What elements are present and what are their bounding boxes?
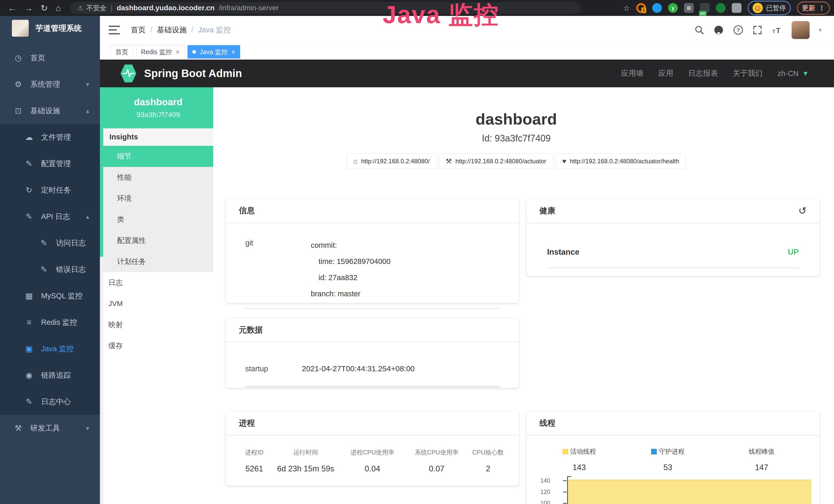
- cloud-upload-icon: ☁: [24, 133, 35, 142]
- edit-icon: ✎: [24, 212, 35, 221]
- sba-nav-applications[interactable]: 应用: [658, 68, 673, 78]
- info-line: commit:: [311, 237, 391, 253]
- sidebar-scrollbar-track[interactable]: [100, 87, 103, 504]
- sidebar-item-label: 首页: [30, 53, 45, 63]
- bookmark-star-icon[interactable]: ☆: [623, 4, 630, 13]
- browser-update-button[interactable]: 更新 ⋮: [797, 2, 830, 15]
- subsidebar-item-metrics[interactable]: 性能: [103, 167, 213, 188]
- subsidebar-item-jvm[interactable]: JVM: [103, 293, 213, 314]
- briefcase-icon: ⚒: [13, 423, 24, 433]
- home-icon: ⌂: [353, 157, 357, 165]
- browser-home-icon[interactable]: ⌂: [56, 0, 61, 16]
- chevron-down-icon: ▾: [86, 425, 89, 432]
- edit-icon: ✎: [39, 265, 49, 274]
- hamburger-icon[interactable]: [109, 26, 120, 35]
- divider: [245, 386, 500, 387]
- security-label[interactable]: 不安全: [86, 4, 106, 13]
- help-icon[interactable]: ?: [733, 25, 743, 35]
- info-line: branch: master: [311, 286, 391, 302]
- y-tick-label: 120: [527, 488, 550, 496]
- health-url-button[interactable]: ♥ http://192.168.0.2:48080/actuator/heal…: [555, 154, 686, 169]
- search-icon[interactable]: [695, 25, 704, 35]
- sidebar-item-access-log[interactable]: ✎ 访问日志: [0, 230, 100, 256]
- breadcrumb-home[interactable]: 首页: [131, 25, 146, 35]
- tab-redis-monitor[interactable]: Redis 监控 ×: [136, 45, 184, 59]
- extension-pin-icon[interactable]: [652, 3, 662, 13]
- instance-header: dashboard 93a3fc7f7409: [103, 87, 213, 129]
- sidebar-item-scheduled-jobs[interactable]: ↻ 定时任务: [0, 177, 100, 203]
- sidebar-item-api-log[interactable]: ✎ API 日志 ▴: [0, 203, 100, 230]
- edit-icon: ✎: [24, 159, 35, 168]
- chevron-down-icon: ▼: [802, 70, 809, 77]
- sba-nav-about[interactable]: 关于我们: [733, 68, 763, 78]
- extension-y-icon[interactable]: y: [668, 3, 678, 13]
- sidebar-item-config-manage[interactable]: ✎ 配置管理: [0, 151, 100, 177]
- browser-back-icon[interactable]: ←: [8, 0, 17, 16]
- active-dot-icon: [192, 50, 196, 54]
- y-tick-mark: [563, 492, 567, 492]
- sidebar-item-label: 链路追踪: [41, 370, 71, 381]
- sba-nav-journal[interactable]: 日志报表: [688, 68, 718, 78]
- breadcrumb-infra[interactable]: 基础设施: [157, 25, 187, 35]
- subsidebar-item-configprops[interactable]: 配置属性: [103, 230, 213, 251]
- edit-icon: ✎: [24, 397, 35, 407]
- health-history-icon[interactable]: ↺: [798, 205, 807, 216]
- sidebar-scrollbar-thumb[interactable]: [100, 87, 103, 257]
- font-size-icon[interactable]: TT: [772, 25, 782, 35]
- sba-brand[interactable]: Spring Boot Admin: [120, 64, 242, 83]
- extensions-puzzle-icon[interactable]: [732, 3, 742, 13]
- instance-url: http://192.168.0.2:48080/: [361, 158, 430, 165]
- actuator-url-button[interactable]: ⚒ http://192.168.0.2:48080/actuator: [439, 154, 553, 169]
- threads-live-value: 143: [537, 456, 621, 472]
- sidebar-item-redis-monitor[interactable]: ≡ Redis 监控: [0, 309, 100, 336]
- sidebar-item-label: 系统管理: [30, 79, 60, 90]
- github-icon[interactable]: [714, 25, 724, 35]
- tab-home[interactable]: 首页: [110, 45, 133, 59]
- subsidebar-item-classes[interactable]: 类: [103, 209, 213, 230]
- user-avatar[interactable]: [792, 21, 810, 39]
- address-bar[interactable]: ⚠ 不安全 | dashboard.yudao.iocoder.cn /infr…: [70, 2, 581, 14]
- app-sidebar: 芋道管理系统 ◷ 首页 ⚙ 系统管理 ▾ ⊡ 基础设施 ▴ ☁ 文件管理: [0, 16, 100, 504]
- svg-text:T: T: [776, 26, 780, 35]
- sidebar-item-devtools[interactable]: ⚒ 研发工具 ▾: [0, 415, 100, 441]
- close-icon[interactable]: ×: [176, 48, 179, 55]
- extension-orange-icon[interactable]: 1: [636, 3, 646, 13]
- sidebar-item-java-monitor[interactable]: ▣ Java 监控: [0, 336, 100, 362]
- tab-java-monitor[interactable]: Java 监控 ×: [188, 45, 240, 59]
- subsidebar-item-environment[interactable]: 环境: [103, 188, 213, 209]
- y-tick-mark: [563, 503, 567, 504]
- subsidebar-item-caches[interactable]: 缓存: [103, 335, 213, 357]
- avatar-caret-icon[interactable]: ▾: [819, 27, 822, 33]
- subsidebar-item-mappings[interactable]: 映射: [103, 314, 213, 335]
- extension-leaf-icon[interactable]: [716, 3, 726, 13]
- profile-chip[interactable]: ☺ 已暂停: [748, 1, 791, 15]
- threads-card-title: 线程: [540, 418, 555, 429]
- fullscreen-icon[interactable]: [752, 25, 762, 35]
- sidebar-item-infra[interactable]: ⊡ 基础设施 ▴: [0, 97, 100, 124]
- app-logo[interactable]: 芋道管理系统: [0, 16, 100, 41]
- sidebar-item-system[interactable]: ⚙ 系统管理 ▾: [0, 71, 100, 97]
- sba-language-select[interactable]: zh-CN ▼: [777, 69, 809, 78]
- sidebar-item-log-center[interactable]: ✎ 日志中心: [0, 388, 100, 415]
- extension-grid-icon[interactable]: ⊞: [684, 3, 694, 13]
- info-line: time: 1596289704000: [311, 253, 391, 270]
- sidebar-item-tracing[interactable]: ◉ 链路追踪: [0, 362, 100, 388]
- sidebar-item-mysql-monitor[interactable]: ▦ MySQL 监控: [0, 283, 100, 309]
- instance-name: dashboard: [134, 97, 182, 108]
- extension-list-icon[interactable]: on: [700, 3, 710, 13]
- subsidebar-item-details[interactable]: 细节: [103, 146, 213, 167]
- health-url: http://192.168.0.2:48080/actuator/health: [570, 158, 679, 165]
- browser-forward-icon[interactable]: →: [24, 0, 33, 16]
- instance-url-button[interactable]: ⌂ http://192.168.0.2:48080/: [347, 154, 437, 169]
- timer-icon: ↻: [24, 185, 35, 195]
- sba-nav-applications-wall[interactable]: 应用墙: [621, 68, 643, 78]
- sidebar-item-home[interactable]: ◷ 首页: [0, 45, 100, 71]
- sidebar-item-error-log[interactable]: ✎ 错误日志: [0, 256, 100, 283]
- subsidebar-item-logs[interactable]: 日志: [103, 272, 213, 293]
- browser-menu-dots-icon[interactable]: ⋮: [818, 4, 825, 12]
- subsidebar-item-scheduled-tasks[interactable]: 计划任务: [103, 251, 213, 272]
- close-icon[interactable]: ×: [232, 48, 235, 55]
- browser-reload-icon[interactable]: ↻: [41, 0, 48, 16]
- instance-id-line: Id: 93a3fc7f7409: [213, 133, 819, 144]
- sidebar-item-file-manage[interactable]: ☁ 文件管理: [0, 124, 100, 151]
